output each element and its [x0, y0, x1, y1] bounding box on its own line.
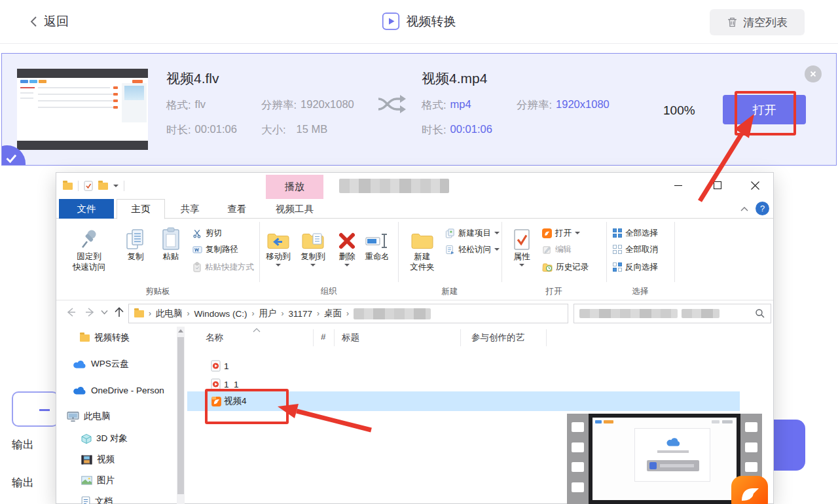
target-resolution-label: 分辨率: — [517, 98, 552, 113]
new-item-label: 新建项目 — [458, 228, 491, 239]
history-button[interactable]: 历史记录 — [542, 261, 589, 274]
remove-task-button[interactable] — [805, 65, 822, 82]
clear-list-button[interactable]: 清空列表 — [710, 9, 805, 35]
scissors-icon — [192, 228, 202, 238]
paste-button[interactable]: 粘贴 — [155, 223, 187, 262]
sidebar-item-pictures[interactable]: 图片 — [81, 473, 115, 488]
tab-file[interactable]: 文件 — [59, 199, 114, 219]
file-row-1[interactable]: 1 — [187, 357, 229, 374]
sidebar-label: 文档 — [95, 495, 113, 504]
crumb-user-31177[interactable]: 31177 — [289, 309, 313, 319]
crumb-windows-c[interactable]: Windows (C:) — [194, 309, 247, 319]
check-icon — [5, 152, 18, 165]
paste-shortcut-button[interactable]: 粘贴快捷方式 — [192, 261, 254, 274]
paste-shortcut-icon — [192, 262, 202, 272]
rename-button[interactable]: 重命名 — [359, 223, 395, 262]
new-folder-qat-icon[interactable] — [98, 183, 108, 190]
delete-label: 删除 — [333, 251, 361, 262]
tab-share[interactable]: 共享 — [168, 199, 212, 219]
open-file-button[interactable]: 打开 — [542, 226, 580, 240]
sidebar-item-3d-objects[interactable]: 3D 对象 — [81, 431, 128, 446]
column-header-title[interactable]: 标题 — [342, 332, 359, 344]
group-organize-label: 组织 — [321, 286, 337, 297]
sidebar-item-this-pc[interactable]: 此电脑 — [67, 408, 111, 424]
sidebar-item-video-convert[interactable]: 视频转换 — [80, 330, 130, 346]
cut-button[interactable]: 剪切 — [192, 226, 222, 240]
preview-upload-card — [634, 428, 710, 482]
tab-view[interactable]: 查看 — [215, 199, 259, 219]
filmstrip-left-rail — [567, 414, 589, 504]
help-button[interactable]: ? — [756, 202, 769, 215]
select-all-icon — [613, 228, 622, 238]
move-to-button[interactable]: 移动到 — [262, 223, 295, 266]
search-icon — [755, 308, 765, 319]
close-window-button[interactable] — [738, 173, 771, 198]
breadcrumb[interactable]: › 此电脑 › Windows (C:) › 用户 › 31177 › 桌面 › — [128, 304, 568, 323]
sidebar-label: 3D 对象 — [96, 433, 128, 444]
sidebar-item-onedrive[interactable]: OneDrive - Person — [73, 382, 164, 398]
invert-selection-label: 反向选择 — [625, 262, 658, 273]
target-format-label: 格式: — [422, 98, 446, 113]
tab-share-label: 共享 — [181, 203, 200, 215]
copy-icon — [126, 228, 145, 251]
crumb-sep: › — [317, 309, 319, 318]
tab-video-tools[interactable]: 视频工具 — [264, 199, 325, 219]
close-window-icon — [750, 181, 760, 190]
stepper-box[interactable] — [12, 391, 59, 427]
maximize-button[interactable] — [701, 173, 734, 198]
tab-home[interactable]: 主页 — [117, 199, 165, 219]
select-none-button[interactable]: 全部取消 — [613, 243, 658, 256]
qat-dropdown-icon[interactable] — [113, 185, 118, 187]
rename-label: 重命名 — [359, 251, 395, 262]
tab-home-label: 主页 — [132, 203, 151, 215]
properties-check-icon[interactable] — [84, 181, 93, 191]
pin-to-quick-access-button[interactable]: 固定到 快速访问 — [62, 223, 117, 272]
redacted-current-folder — [354, 308, 431, 319]
column-header-name[interactable]: 名称 — [206, 332, 223, 344]
select-all-button[interactable]: 全部选择 — [613, 226, 658, 240]
topbar: 返回 视频转换 清空列表 — [0, 0, 838, 44]
pin-label-1: 固定到 — [62, 251, 117, 262]
source-duration-label: 时长: — [166, 123, 191, 137]
collapse-ribbon-icon[interactable] — [740, 206, 749, 212]
delete-button[interactable]: 删除 — [333, 223, 361, 266]
new-item-button[interactable]: 新建项目 — [445, 226, 500, 240]
crumb-this-pc[interactable]: 此电脑 — [156, 308, 183, 319]
scroll-up-icon — [178, 329, 183, 333]
crumb-desktop[interactable]: 桌面 — [324, 308, 342, 319]
redacted-window-title — [339, 179, 449, 193]
play-tab-label: 播放 — [285, 181, 304, 193]
back-button[interactable]: 返回 — [29, 13, 69, 30]
copy-to-dropdown-icon — [310, 264, 316, 266]
target-duration-value: 00:01:06 — [450, 123, 492, 137]
sidebar-scrollbar[interactable] — [177, 327, 185, 504]
folder-icon[interactable] — [63, 183, 73, 190]
scrollbar-thumb[interactable] — [177, 337, 184, 494]
delete-x-icon — [337, 230, 357, 251]
copy-to-button[interactable]: 复制到 — [296, 223, 330, 266]
nav-back-icon[interactable] — [64, 306, 77, 319]
nav-up-icon[interactable] — [113, 306, 126, 319]
nav-recent-dropdown-icon[interactable] — [101, 310, 108, 315]
history-label: 历史记录 — [556, 262, 589, 273]
sidebar-item-wps-cloud[interactable]: WPS云盘 — [73, 356, 129, 372]
copy-button[interactable]: 复制 — [119, 223, 152, 262]
nav-forward-icon[interactable] — [84, 306, 97, 319]
edit-button[interactable]: 编辑 — [542, 243, 572, 256]
easy-access-button[interactable]: 轻松访问 — [445, 243, 500, 256]
new-folder-button[interactable]: 新建 文件夹 — [403, 223, 441, 272]
crumb-users[interactable]: 用户 — [259, 308, 277, 319]
conversion-task-row[interactable]: 视频4.flv 格式: flv 分辨率: 1920x1080 时长: 00:01… — [1, 53, 837, 166]
contextual-tab-play[interactable]: 播放 — [266, 175, 323, 199]
sidebar-item-documents[interactable]: 文档 — [81, 494, 113, 504]
breadcrumb-folder-icon — [134, 310, 144, 317]
column-header-hash[interactable]: # — [321, 332, 326, 342]
properties-button[interactable]: 属性 — [507, 223, 537, 266]
mgtv-logo — [731, 476, 768, 504]
column-header-artists[interactable]: 参与创作的艺 — [471, 332, 524, 344]
search-box[interactable] — [574, 304, 771, 323]
invert-selection-button[interactable]: 反向选择 — [613, 261, 658, 274]
sidebar-item-videos[interactable]: 视频 — [81, 452, 115, 467]
copy-path-button[interactable]: 复制路径 — [192, 243, 238, 256]
minimize-button[interactable] — [662, 173, 695, 198]
